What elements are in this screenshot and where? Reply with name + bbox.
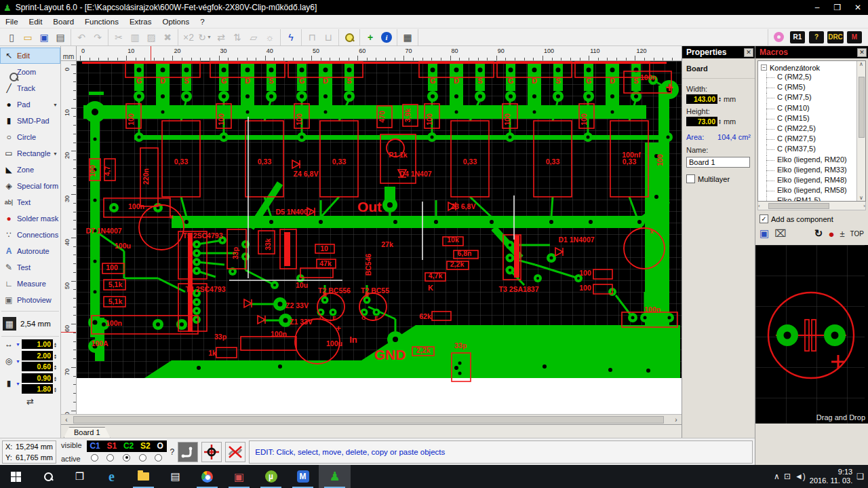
swap-values-icon[interactable]: ⇄ [0, 396, 60, 407]
new-file-button[interactable]: ▯ [3, 30, 20, 45]
sidebar-item-pad[interactable]: ●Pad▼ [0, 96, 60, 113]
dropdown-caret-icon[interactable]: ▼ [207, 35, 212, 39]
lock-button[interactable]: ⊓ [304, 30, 320, 45]
taskbar-icon-utorrent[interactable]: µ [255, 465, 287, 488]
menu-item-functions[interactable]: Functions [79, 16, 124, 27]
spinner-icon[interactable]: ▲▼ [54, 364, 57, 370]
spinner-icon[interactable]: ▲▼ [54, 342, 57, 348]
pcb-canvas[interactable]: GDSGDSGDSGDSGDSGDS100n0,330,330,330,330,… [77, 61, 682, 414]
align-button[interactable]: ☼ [262, 30, 278, 45]
taskbar-icon-search[interactable] [32, 465, 64, 488]
layer-o-radio[interactable] [155, 454, 162, 462]
width-spinner[interactable]: ▲▼ [718, 96, 722, 102]
smd-width-field[interactable]: 0.90 [22, 373, 53, 383]
sidebar-item-text[interactable]: ab|Text [0, 194, 60, 210]
spinner-icon[interactable]: ▲▼ [54, 376, 57, 381]
sidebar-item-rectangle[interactable]: ▭Rectangle▼ [0, 145, 60, 162]
open-folder-button[interactable]: ▭ [20, 30, 36, 45]
taskbar-clock[interactable]: 9:132016. 11. 03. [810, 468, 852, 485]
macro-save-icon[interactable]: ▣ [760, 227, 769, 240]
sidebar-item-zoom[interactable]: Zoom [0, 64, 60, 80]
macro-tree-hscrollbar[interactable]: ‹› [757, 202, 866, 210]
network-icon[interactable]: ⊡ [784, 472, 791, 481]
macro-record-icon[interactable]: ● [828, 228, 834, 240]
preset-caret-icon[interactable]: ▼ [16, 359, 21, 364]
action-center-icon[interactable]: ❏ [856, 472, 864, 481]
taskbar-icon-edge[interactable]: e [96, 465, 127, 488]
taskbar-icon-task-view[interactable]: ❒ [64, 465, 96, 488]
pad-drill-field[interactable]: 0.60 [22, 362, 53, 371]
taskbar-icon-store[interactable]: ▤ [159, 465, 191, 488]
scroll-left-arrow[interactable]: ‹ [61, 416, 72, 424]
mirror-horizontal-button[interactable]: ⇄ [213, 30, 229, 45]
layer-c1-radio[interactable] [91, 454, 98, 462]
taskbar-icon-layout-file[interactable]: ▣ [223, 465, 255, 488]
board-width-field[interactable]: 143.00 [686, 94, 717, 104]
rotate-button[interactable]: ↻▼ [197, 30, 213, 45]
macro-item[interactable]: C (RM10) [761, 104, 856, 114]
sidebar-item-photoview[interactable]: ▣Photoview [0, 292, 60, 308]
mirror-vertical-button[interactable]: ⇅ [229, 30, 245, 45]
properties-close-icon[interactable]: ✕ [744, 48, 753, 57]
grid-settings-button[interactable]: ▦ [399, 30, 416, 45]
spinner-icon[interactable]: ▲▼ [54, 387, 57, 392]
sidebar-item-special-form[interactable]: ◈Special form [0, 178, 60, 194]
macro-item[interactable]: Elko (liegend, RM58) [761, 186, 856, 196]
sidebar-item-zone[interactable]: ◣Zone [0, 162, 60, 178]
macro-stamp-icon[interactable]: ± [840, 229, 844, 239]
sidebar-item-circle[interactable]: ○Circle [0, 129, 60, 145]
taskbar-icon-sprint-layout[interactable]: ♟ [319, 465, 351, 488]
macro-preview[interactable]: Drag and Drop [755, 245, 868, 424]
sidebar-item-track[interactable]: ╱Track [0, 80, 60, 96]
sidebar-item-edit[interactable]: ↖Edit [0, 48, 60, 64]
track-bend-mode-button[interactable] [178, 442, 198, 462]
board-name-input[interactable] [686, 157, 750, 168]
dropdown-caret-icon[interactable]: ▼ [53, 102, 58, 107]
macro-item[interactable]: C (RM22,5) [761, 124, 856, 134]
taskbar-icon-start[interactable] [0, 465, 32, 488]
metal-layer-button[interactable]: M [846, 30, 863, 45]
macro-item[interactable]: C (RM5) [761, 83, 856, 93]
board-tab[interactable]: Board 1 [64, 427, 111, 438]
taskbar-icon-malwarebytes[interactable]: M [287, 465, 319, 488]
volume-icon[interactable]: ◄) [795, 472, 806, 481]
menu-item-extras[interactable]: Extras [124, 16, 157, 27]
help-component-button[interactable]: ? [808, 30, 825, 45]
macro-item[interactable]: C (RM2,5) [761, 73, 856, 83]
sidebar-item-autoroute[interactable]: AAutoroute [0, 243, 60, 259]
print-button[interactable]: ▤ [52, 30, 68, 45]
macro-item[interactable]: Elko (liegend, RM48) [761, 176, 856, 186]
paste-button[interactable]: ▨ [143, 30, 159, 45]
minimize-button[interactable]: – [807, 0, 827, 15]
macro-item[interactable]: C (RM37,5) [761, 145, 856, 155]
info-button[interactable]: i [378, 30, 395, 45]
zoom-tool-button[interactable] [341, 30, 357, 45]
unlock-button[interactable]: ⊔ [320, 30, 336, 45]
save-button[interactable]: ▣ [36, 30, 52, 45]
add-as-component-checkbox[interactable]: ✓ [760, 214, 768, 223]
rubberband-route-button[interactable]: ϟ [283, 30, 299, 45]
spinner-icon[interactable]: ▲▼ [54, 354, 57, 359]
cut-button[interactable]: ✂ [111, 30, 127, 45]
canvas-horizontal-scrollbar[interactable]: ‹ › [61, 414, 682, 424]
macro-tree-vscrollbar[interactable]: ∧∨ [856, 61, 865, 201]
board-height-field[interactable]: 73.00 [686, 117, 717, 126]
preset-caret-icon[interactable]: ▼ [16, 381, 21, 386]
grid-setting[interactable]: ▦2,54 mm [0, 314, 60, 333]
sidebar-item-connections[interactable]: ∵Connections [0, 227, 60, 243]
macro-item[interactable]: C (RM7,5) [761, 93, 856, 103]
smd-height-field[interactable]: 1.80 [22, 384, 53, 394]
taskbar-icon-chrome[interactable] [191, 465, 223, 488]
scroll-right-arrow[interactable]: › [671, 416, 682, 424]
r1-component-button[interactable]: R1 [789, 30, 806, 45]
redo-button[interactable]: ↷ [90, 30, 106, 45]
layer-s2-radio[interactable] [139, 454, 146, 462]
macro-item[interactable]: C (RM27,5) [761, 134, 856, 145]
macro-item[interactable]: Elko (liegend, RM20) [761, 155, 856, 166]
height-spinner[interactable]: ▲▼ [718, 119, 722, 124]
hide-connections-button[interactable] [225, 442, 245, 462]
copy-button[interactable]: ▥ [127, 30, 143, 45]
duplicate-button[interactable]: ×2 [180, 30, 197, 45]
undo-button[interactable]: ↶ [73, 30, 90, 45]
delete-button[interactable]: ✖ [159, 30, 176, 45]
